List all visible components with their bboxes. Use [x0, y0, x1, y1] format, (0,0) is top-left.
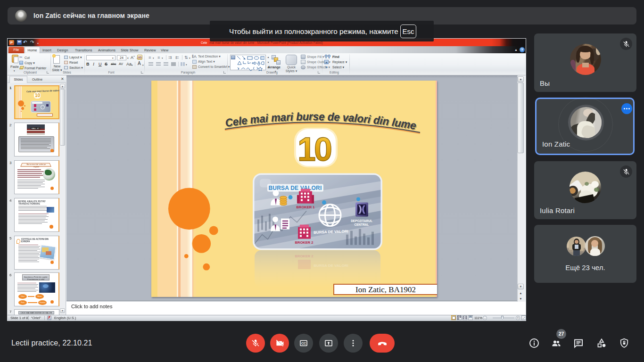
svg-text:Ion Zatic, BA1902: Ion Zatic, BA1902 — [355, 285, 416, 294]
svg-text:BROKER 2: BROKER 2 — [295, 254, 314, 258]
svg-text:CENTRAL: CENTRAL — [354, 223, 369, 226]
svg-text:BROKER 2: BROKER 2 — [295, 240, 314, 245]
svg-text:CC: CC — [301, 342, 306, 346]
svg-text:BROKER 1: BROKER 1 — [297, 205, 315, 209]
svg-text:10: 10 — [297, 131, 331, 168]
svg-text:DEPOZITARUL: DEPOZITARUL — [351, 219, 372, 222]
svg-text:BURSA DE VALORI: BURSA DE VALORI — [314, 263, 348, 268]
